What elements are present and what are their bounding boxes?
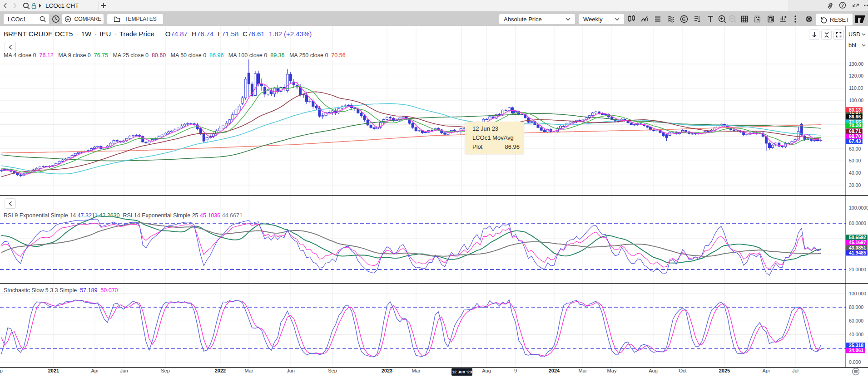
svg-text:Mar: Mar: [412, 368, 421, 373]
svg-text:Sep: Sep: [328, 368, 337, 373]
svg-text:130.00: 130.00: [849, 61, 863, 67]
svg-text:LCOc1 CHT: LCOc1 CHT: [45, 2, 79, 9]
svg-text:100.0000: 100.0000: [849, 205, 868, 211]
svg-text:25.318: 25.318: [849, 343, 863, 348]
svg-text:24.061: 24.061: [849, 348, 863, 353]
svg-text:80.13: 80.13: [849, 107, 861, 113]
svg-text:60.00: 60.00: [849, 146, 861, 152]
svg-text:80.000: 80.000: [849, 304, 863, 310]
svg-text:Aug: Aug: [649, 368, 658, 373]
svg-text:9: 9: [514, 368, 517, 373]
svg-text:60.000: 60.000: [849, 318, 863, 323]
svg-text:Jun: Jun: [120, 368, 128, 373]
svg-text:80.0000: 80.0000: [849, 220, 866, 226]
svg-text:30.00: 30.00: [849, 182, 861, 188]
svg-text:Mar: Mar: [579, 368, 587, 373]
svg-text:43.0851: 43.0851: [849, 245, 866, 250]
svg-text:68.71: 68.71: [849, 128, 861, 134]
svg-text:2022: 2022: [215, 368, 226, 373]
svg-text:41.9485: 41.9485: [849, 250, 866, 255]
svg-text:Aug: Aug: [482, 368, 491, 373]
svg-text:Oct: Oct: [679, 368, 686, 373]
svg-text:2025: 2025: [719, 368, 730, 373]
svg-text:40.00: 40.00: [849, 170, 861, 176]
svg-text:Sep: Sep: [161, 368, 170, 373]
svg-text:2024: 2024: [549, 368, 560, 373]
svg-text:Apr: Apr: [762, 368, 770, 373]
svg-text:Mar: Mar: [245, 368, 253, 373]
svg-text:Sep: Sep: [0, 368, 3, 373]
svg-text:100.000: 100.000: [849, 291, 866, 296]
svg-text:86.66: 86.66: [849, 114, 861, 119]
svg-text:2023: 2023: [382, 368, 392, 373]
svg-text:50.6592: 50.6592: [849, 235, 866, 240]
svg-text:120.00: 120.00: [849, 73, 863, 78]
svg-text:May: May: [607, 368, 617, 373]
svg-text:Jun: Jun: [287, 368, 295, 373]
svg-text:Apr: Apr: [91, 368, 99, 373]
svg-text:0.000: 0.000: [849, 359, 861, 365]
svg-text:50.00: 50.00: [849, 158, 861, 163]
svg-text:2021: 2021: [48, 368, 59, 373]
svg-text:100.00: 100.00: [849, 98, 863, 103]
svg-text:70.28: 70.28: [849, 122, 861, 128]
svg-text:40.000: 40.000: [849, 332, 863, 337]
svg-text:45.1697: 45.1697: [849, 240, 866, 245]
svg-text:110.00: 110.00: [849, 85, 863, 91]
svg-text:12 Jun '23: 12 Jun '23: [452, 370, 472, 374]
svg-text:67.43: 67.43: [849, 138, 861, 144]
svg-text:20.0000: 20.0000: [849, 267, 866, 272]
svg-text:Jul: Jul: [792, 368, 799, 373]
